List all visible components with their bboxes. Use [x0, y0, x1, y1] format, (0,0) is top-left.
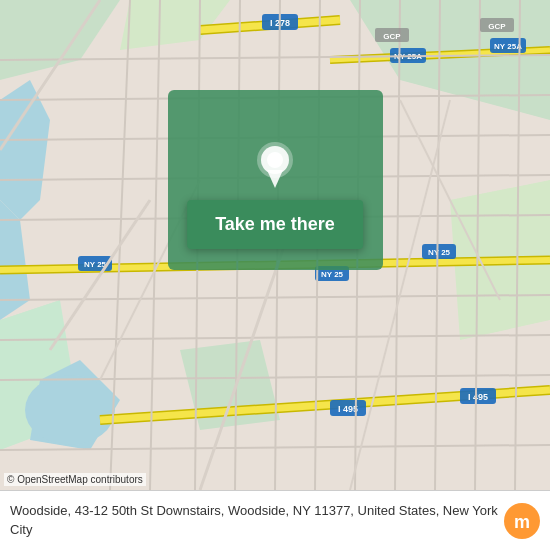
address-text: Woodside, 43-12 50th St Downstairs, Wood… [10, 502, 504, 538]
svg-point-10 [25, 375, 115, 445]
svg-text:NY 25: NY 25 [321, 270, 344, 279]
svg-text:m: m [514, 512, 530, 532]
svg-text:GCP: GCP [383, 32, 401, 41]
svg-text:I 495: I 495 [468, 392, 488, 402]
svg-text:NY 25A: NY 25A [494, 42, 522, 51]
moovit-logo: m [504, 503, 540, 539]
moovit-icon: m [504, 503, 540, 539]
svg-marker-69 [267, 170, 283, 188]
take-me-there-button[interactable]: Take me there [187, 200, 363, 249]
map-container: I 278 NY 25 NY 25 NY 25 NY 25A NY 25A I … [0, 0, 550, 490]
svg-text:NY 25: NY 25 [428, 248, 451, 257]
osm-attribution: © OpenStreetMap contributors [4, 473, 146, 486]
svg-point-68 [267, 152, 283, 168]
map-pin [255, 140, 295, 194]
svg-text:GCP: GCP [488, 22, 506, 31]
footer: Woodside, 43-12 50th St Downstairs, Wood… [0, 490, 550, 550]
